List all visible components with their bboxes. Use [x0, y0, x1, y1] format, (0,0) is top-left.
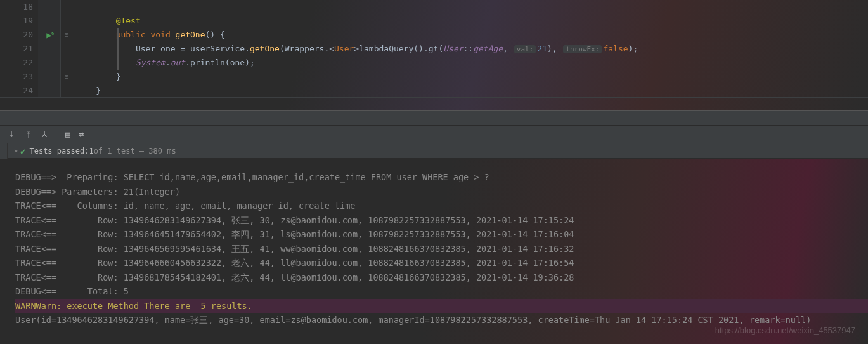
code-line: 18: [0, 0, 868, 14]
fold-toggle[interactable]: ⊟: [61, 70, 72, 84]
code-line: 22 System.out.println(one);: [0, 56, 868, 70]
check-icon: ✔: [20, 146, 25, 156]
annotation: @Test: [116, 16, 141, 25]
console-line: TRACE<== Row: 1349646569595461634, 王五, 4…: [15, 242, 868, 256]
line-number: 22: [0, 56, 38, 70]
code-line: 19 @Test: [0, 14, 868, 28]
chevron-icon: »: [14, 147, 18, 154]
console-line: TRACE<== Row: 1349646283149627394, 张三, 3…: [15, 213, 868, 228]
gutter: [38, 0, 61, 14]
scroll-down-icon[interactable]: ⭳: [8, 129, 16, 139]
code-line: 21 User one = userService.getOne(Wrapper…: [0, 42, 868, 56]
filter-icon[interactable]: ⅄: [42, 129, 47, 139]
console-line: TRACE<== Row: 1349646660456632322, 老六, 4…: [15, 256, 868, 270]
run-gutter-icon[interactable]: ▶: [38, 28, 61, 42]
code-editor[interactable]: 18 19 @Test 20 ▶ ⊟ public void getOne() …: [0, 0, 868, 110]
tests-total-label: of 1 test – 380 ms: [94, 147, 176, 155]
console-output[interactable]: DEBUG==> Preparing: SELECT id,name,age,e…: [0, 159, 868, 344]
line-number: 21: [0, 42, 38, 56]
code-line: 24 }: [0, 84, 868, 98]
console-line: TRACE<== Row: 1349646451479654402, 李四, 3…: [15, 227, 868, 242]
console-line: TRACE<== Columns: id, name, age, email, …: [15, 199, 868, 213]
console-line: DEBUG<== Total: 5: [15, 284, 868, 299]
line-number: 20: [0, 28, 38, 42]
console-warning-line: WARNWarn: execute Method There are 5 res…: [15, 299, 868, 314]
indent-guide: [117, 28, 119, 70]
console-line: DEBUG==> Parameters: 21(Integer): [15, 185, 868, 199]
tests-passed-count: 1: [89, 147, 93, 155]
console-line: TRACE<== Row: 1349681785454182401, 老六, 4…: [15, 270, 868, 285]
code-line: 20 ▶ ⊟ public void getOne() {: [0, 28, 868, 42]
inlay-hint: val:: [514, 45, 536, 53]
run-test-icon[interactable]: ▶: [46, 28, 51, 42]
inlay-hint: throwEx:: [563, 45, 602, 53]
console-line: DEBUG==> Preparing: SELECT id,name,age,e…: [15, 170, 868, 185]
toolbar-separator: [56, 129, 56, 140]
test-status-bar: » ✔ Tests passed: 1 of 1 test – 380 ms: [0, 143, 868, 159]
watermark: https://blog.csdn.net/weixin_45537947: [715, 324, 855, 338]
line-number: 19: [0, 14, 38, 28]
code-line: 23 ⊟ }: [0, 70, 868, 84]
layout-icon[interactable]: ▤: [65, 129, 70, 139]
gutter: [38, 14, 61, 28]
panel-separator[interactable]: [0, 110, 868, 126]
line-number: 23: [0, 70, 38, 84]
tests-passed-label: Tests passed:: [29, 147, 89, 155]
line-number: 18: [0, 0, 38, 14]
fold-toggle[interactable]: ⊟: [61, 28, 72, 42]
scroll-up-icon[interactable]: ⭱: [25, 129, 33, 139]
console-toolbar: ⭳ ⭱ ⅄ ▤ ⇄: [0, 126, 868, 143]
settings-icon[interactable]: ⇄: [79, 129, 84, 139]
line-number: 24: [0, 84, 38, 97]
